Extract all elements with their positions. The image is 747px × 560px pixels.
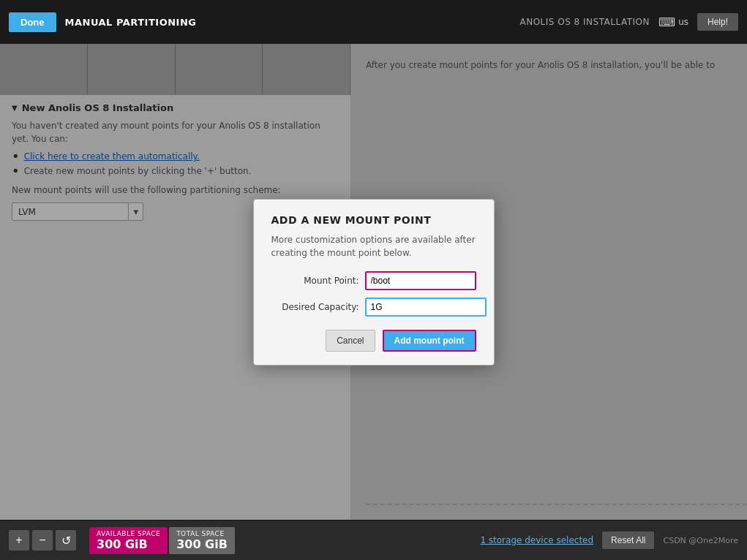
mount-point-label: Mount Point:	[271, 276, 359, 286]
watermark: CSDN @One2More	[663, 536, 738, 545]
add-mount-point-button-modal[interactable]: Add mount point	[383, 330, 476, 352]
top-bar-right: ANOLIS OS 8 INSTALLATION ⌨ us Help!	[519, 13, 738, 31]
desired-capacity-input[interactable]	[365, 298, 487, 317]
page-title: MANUAL PARTITIONING	[65, 17, 197, 28]
modal-overlay: ADD A NEW MOUNT POINT More customization…	[0, 44, 747, 520]
desired-capacity-row: Desired Capacity:	[271, 298, 476, 317]
available-space-box: AVAILABLE SPACE 300 GiB	[89, 527, 168, 554]
keyboard-indicator: ⌨ us	[658, 15, 688, 29]
top-bar-left: Done MANUAL PARTITIONING	[9, 12, 196, 32]
modal-form: Mount Point: ▾ Desired Capacity:	[271, 271, 476, 317]
add-mount-point-button[interactable]: +	[9, 530, 29, 550]
available-space-value: 300 GiB	[97, 537, 160, 551]
total-space-label: TOTAL SPACE	[176, 530, 228, 537]
modal-title: ADD A NEW MOUNT POINT	[271, 214, 476, 226]
installation-title: ANOLIS OS 8 INSTALLATION	[519, 17, 650, 27]
bottom-right: 1 storage device selected Reset All CSDN…	[480, 531, 738, 549]
done-button[interactable]: Done	[9, 12, 56, 32]
cancel-button[interactable]: Cancel	[326, 330, 375, 352]
keyboard-icon: ⌨	[658, 15, 675, 29]
reset-all-button[interactable]: Reset All	[602, 531, 654, 549]
storage-device-link[interactable]: 1 storage device selected	[480, 535, 593, 545]
total-space-value: 300 GiB	[176, 537, 228, 551]
remove-mount-point-button[interactable]: −	[32, 530, 53, 550]
help-button[interactable]: Help!	[697, 13, 738, 31]
keyboard-label: us	[678, 17, 688, 27]
refresh-button[interactable]: ↺	[56, 530, 76, 550]
space-indicators: AVAILABLE SPACE 300 GiB TOTAL SPACE 300 …	[89, 527, 235, 554]
modal-desc: More customization options are available…	[271, 233, 476, 260]
bottom-left: + − ↺ AVAILABLE SPACE 300 GiB TOTAL SPAC…	[9, 527, 235, 554]
desired-capacity-label: Desired Capacity:	[271, 302, 359, 312]
top-bar: Done MANUAL PARTITIONING ANOLIS OS 8 INS…	[0, 0, 747, 44]
add-mount-point-dialog: ADD A NEW MOUNT POINT More customization…	[253, 199, 495, 366]
total-space-box: TOTAL SPACE 300 GiB	[169, 527, 235, 554]
mount-point-row: Mount Point: ▾	[271, 271, 476, 290]
mount-point-input-wrap: ▾	[365, 271, 476, 290]
bottom-bar: + − ↺ AVAILABLE SPACE 300 GiB TOTAL SPAC…	[0, 520, 747, 560]
available-space-label: AVAILABLE SPACE	[97, 530, 160, 537]
modal-buttons: Cancel Add mount point	[271, 330, 476, 352]
mount-point-input[interactable]	[367, 273, 476, 289]
control-buttons: + − ↺	[9, 530, 76, 550]
